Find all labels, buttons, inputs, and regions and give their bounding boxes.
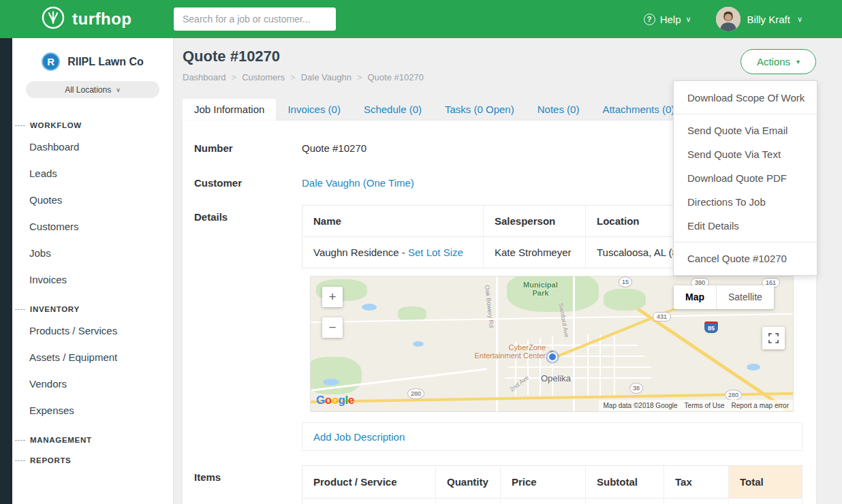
map-data-credit: Map data ©2018 Google [603, 402, 677, 409]
map-label-park: Municipal Park [523, 281, 558, 297]
tab-invoices[interactable]: Invoices (0) [276, 99, 352, 121]
company-header: R RIIPL Lawn Co [12, 52, 173, 71]
customer-name-link[interactable]: Dale Vaughn [302, 177, 360, 189]
locations-selector[interactable]: All Locations ∨ [26, 81, 159, 98]
map-canvas[interactable]: Municipal Park CyberZone Entertainment C… [310, 276, 794, 412]
sidebar-item-quotes[interactable]: Quotes [12, 187, 173, 213]
caret-down-icon: ▾ [796, 58, 800, 65]
items-header-product: Product / Service [302, 466, 435, 498]
customer-label: Customer [194, 177, 242, 189]
chevron-down-icon: ∨ [686, 15, 691, 24]
route-shield: 15 [619, 277, 632, 287]
google-logo: Google [316, 394, 354, 407]
details-header-salesperson: Salesperson [483, 206, 585, 236]
menu-item-edit-details[interactable]: Edit Details [674, 214, 817, 238]
menu-divider [674, 242, 817, 242]
breadcrumb-quote: Quote #10270 [367, 72, 423, 82]
water-area [747, 364, 760, 371]
turfhop-icon [41, 5, 65, 33]
dash-decoration [15, 460, 25, 461]
top-bar: turfhop ? Help ∨ Billy Kraft ∨ [0, 0, 842, 38]
items-label: Items [194, 471, 221, 483]
help-menu[interactable]: ? Help ∨ [644, 14, 691, 25]
route-shield: 280 [407, 388, 424, 399]
chevron-down-icon: ∨ [116, 86, 121, 93]
add-job-description-box: Add Job Description [302, 422, 802, 451]
road [508, 366, 651, 368]
items-header-row: Product / Service Quantity Price Subtota… [302, 466, 802, 499]
items-header-subtotal: Subtotal [585, 466, 664, 498]
sidebar-item-vendors[interactable]: Vendors [12, 371, 173, 397]
route-shield: 38 [629, 383, 643, 394]
brand-name: turfhop [72, 10, 131, 29]
items-table: Product / Service Quantity Price Subtota… [302, 465, 802, 504]
tab-job-information[interactable]: Job Information [183, 99, 276, 121]
tab-attachments[interactable]: Attachments (0) [591, 99, 686, 121]
report-map-error-link[interactable]: Report a map error [732, 402, 789, 409]
menu-item-directions-to-job[interactable]: Directions To Job [674, 190, 817, 214]
company-name: RIIPL Lawn Co [67, 56, 144, 68]
avatar [716, 7, 740, 31]
nav-section-inventory: INVENTORY [15, 305, 173, 313]
road [311, 313, 794, 323]
fullscreen-button[interactable] [762, 327, 785, 349]
items-body-row [302, 499, 802, 504]
number-value: Quote #10270 [302, 142, 367, 154]
sidebar-accent-strip [0, 38, 12, 504]
breadcrumb-customers[interactable]: Customers [242, 72, 285, 82]
nav-section-management[interactable]: MANAGEMENT [15, 436, 173, 444]
breadcrumb-customer-name[interactable]: Dale Vaughn [301, 72, 352, 82]
actions-button[interactable]: Actions ▾ [740, 49, 816, 74]
breadcrumb-separator: > [357, 72, 362, 82]
company-logo: R [42, 52, 60, 71]
details-cell-salesperson: Kate Strohmeyer [483, 237, 585, 268]
map-type-satellite-button[interactable]: Satellite [716, 285, 774, 309]
zoom-out-button[interactable]: − [322, 317, 343, 338]
brand-logo[interactable]: turfhop [0, 5, 174, 33]
tab-tasks[interactable]: Tasks (0 Open) [433, 99, 526, 121]
search-input[interactable] [174, 7, 336, 31]
sidebar-item-dashboard[interactable]: Dashboard [12, 133, 173, 160]
nav-section-reports[interactable]: REPORTS [15, 456, 173, 464]
sidebar-item-invoices[interactable]: Invoices [12, 266, 173, 293]
user-menu[interactable]: Billy Kraft ∨ [716, 7, 802, 31]
details-cell-name: Vaughn Residence - Set Lot Size [302, 237, 483, 268]
add-job-description-link[interactable]: Add Job Description [313, 431, 405, 443]
breadcrumb-separator: > [290, 72, 296, 82]
dash-decoration [15, 309, 25, 310]
menu-item-download-scope[interactable]: Download Scope Of Work [674, 86, 817, 110]
sidebar-item-assets-equipment[interactable]: Assets / Equipment [12, 344, 173, 371]
tab-notes[interactable]: Notes (0) [526, 99, 591, 121]
menu-item-send-quote-text[interactable]: Send Quote Via Text [674, 142, 817, 166]
set-lot-size-link[interactable]: Set Lot Size [408, 247, 463, 258]
menu-item-cancel-quote[interactable]: Cancel Quote #10270 [674, 247, 817, 270]
zoom-in-button[interactable]: + [322, 287, 343, 307]
dash-decoration [15, 125, 25, 126]
actions-dropdown-menu: Download Scope Of Work Send Quote Via Em… [673, 80, 817, 276]
items-header-quantity: Quantity [435, 466, 500, 498]
sidebar-item-customers[interactable]: Customers [12, 213, 173, 240]
items-header-price: Price [500, 466, 585, 498]
map-type-map-button[interactable]: Map [674, 285, 716, 309]
chevron-down-icon: ∨ [797, 15, 802, 24]
tab-schedule[interactable]: Schedule (0) [352, 99, 433, 121]
sidebar-item-jobs[interactable]: Jobs [12, 240, 173, 266]
sidebar-item-leads[interactable]: Leads [12, 160, 173, 187]
park-area [604, 289, 646, 311]
breadcrumb: Dashboard > Customers > Dale Vaughn > Qu… [183, 72, 424, 82]
tab-bar: Job Information Invoices (0) Schedule (0… [183, 99, 686, 121]
breadcrumb-dashboard[interactable]: Dashboard [183, 72, 226, 82]
menu-item-download-quote-pdf[interactable]: Download Quote PDF [674, 166, 817, 190]
help-icon: ? [644, 14, 655, 25]
menu-item-send-quote-email[interactable]: Send Quote Via Email [674, 119, 817, 142]
sidebar-item-expenses[interactable]: Expenses [12, 397, 173, 424]
main-content: Quote #10270 Dashboard > Customers > Dal… [174, 38, 842, 504]
nav-section-workflow: WORKFLOW [15, 121, 173, 129]
map-label-city: Opelika [541, 373, 571, 383]
road [599, 334, 601, 396]
water-area [362, 304, 377, 311]
customer-value: Dale Vaughn (One Time) [302, 177, 414, 189]
customer-type-link[interactable]: One Time [367, 177, 411, 189]
terms-of-use-link[interactable]: Terms of Use [685, 402, 725, 409]
sidebar-item-products-services[interactable]: Products / Services [12, 317, 173, 344]
